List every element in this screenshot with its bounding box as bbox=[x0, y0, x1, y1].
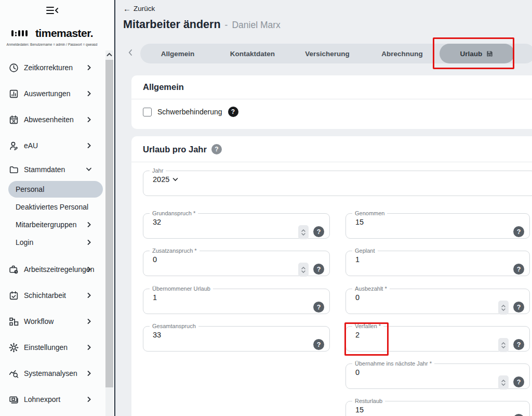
sidebar-item-eau[interactable]: eAU bbox=[0, 133, 104, 159]
folder-icon bbox=[8, 164, 19, 175]
number-stepper[interactable] bbox=[498, 338, 509, 352]
chevron-down-icon bbox=[86, 166, 92, 172]
section-title-urlaub-pro-jahr: Urlaub pro Jahr ? bbox=[143, 144, 222, 154]
page-title-text: Mitarbeiter ändern bbox=[123, 18, 221, 31]
sidebar-item-deaktiviertes-personal[interactable]: Deaktiviertes Personal bbox=[0, 198, 104, 216]
help-icon[interactable]: ? bbox=[513, 376, 524, 387]
help-icon[interactable]: ? bbox=[313, 226, 324, 237]
employee-name: Daniel Marx bbox=[232, 20, 280, 31]
sidebar-item-systemanalysen[interactable]: Systemanalysen bbox=[0, 360, 104, 386]
field-jahr[interactable]: Jahr 2025 bbox=[143, 168, 532, 196]
tab-label: Abrechnung bbox=[381, 50, 423, 58]
back-link[interactable]: ← Zurück bbox=[123, 5, 155, 12]
sidebar-item-personal[interactable]: Personal bbox=[8, 181, 103, 198]
timemaster-logo[interactable]: timemaster. bbox=[0, 27, 104, 40]
sidebar-item-label: eAU bbox=[24, 141, 38, 150]
chevron-right-icon bbox=[86, 116, 92, 123]
tab-allgemein[interactable]: Allgemein bbox=[140, 44, 215, 63]
nav-gap bbox=[0, 251, 104, 256]
banknote-icon bbox=[8, 394, 19, 405]
sidebar-item-label: Deaktiviertes Personal bbox=[16, 203, 88, 211]
field-value[interactable]: 15 bbox=[346, 404, 529, 414]
back-arrow-icon: ← bbox=[123, 5, 131, 12]
sidebar-item-lohnexport[interactable]: Lohnexport bbox=[0, 386, 104, 412]
number-stepper[interactable] bbox=[498, 301, 509, 315]
sidebar-collapse-icon[interactable] bbox=[46, 5, 59, 16]
chevron-right-icon bbox=[86, 292, 92, 298]
number-stepper[interactable] bbox=[298, 225, 309, 239]
tab-label: Versicherung bbox=[305, 50, 350, 58]
field-uebernahme-naechstes-jahr[interactable]: Übernahme ins nächste Jahr * 0 ? bbox=[345, 361, 530, 389]
tab-kontaktdaten[interactable]: Kontaktdaten bbox=[215, 44, 290, 63]
chevron-right-icon bbox=[86, 344, 92, 350]
field-label: Zusatzanspruch * bbox=[150, 248, 200, 254]
tab-label: Allgemein bbox=[161, 50, 195, 58]
sidebar-item-label: Systemanalysen bbox=[24, 369, 77, 378]
sidebar-item-stammdaten[interactable]: Stammdaten bbox=[0, 159, 104, 180]
sidebar-item-auswertungen[interactable]: Auswertungen bbox=[0, 81, 104, 107]
allgemein-card: Allgemein Schwerbehinderung ? bbox=[131, 75, 532, 129]
sidebar-item-label: Zeitkorrekturen bbox=[24, 63, 73, 72]
field-uebernommener-urlaub[interactable]: Übernommener Urlaub 1 ? bbox=[143, 286, 330, 314]
help-icon[interactable]: ? bbox=[513, 302, 524, 313]
chevron-right-icon bbox=[86, 222, 92, 228]
sidebar-item-mitarbeitergruppen[interactable]: Mitarbeitergruppen bbox=[0, 216, 104, 233]
gear-icon bbox=[8, 342, 19, 353]
help-icon[interactable]: ? bbox=[313, 339, 324, 350]
calendar-check-icon bbox=[8, 290, 19, 301]
bar-chart-icon bbox=[8, 88, 19, 99]
number-stepper[interactable] bbox=[498, 375, 509, 389]
help-icon[interactable]: ? bbox=[313, 264, 324, 275]
field-geplant[interactable]: Geplant 1 ? bbox=[345, 248, 530, 276]
sidebar-item-login[interactable]: Login bbox=[0, 233, 104, 251]
year-select[interactable]: 2025 bbox=[143, 174, 532, 184]
section-title-text: Urlaub pro Jahr bbox=[143, 145, 207, 154]
scroll-up-icon[interactable] bbox=[105, 50, 113, 59]
calendar-x-icon bbox=[8, 114, 19, 125]
field-label: Übernahme ins nächste Jahr * bbox=[352, 361, 434, 367]
help-icon[interactable]: ? bbox=[228, 107, 238, 117]
field-value[interactable]: 15 bbox=[346, 216, 529, 226]
field-ausbezahlt[interactable]: Ausbezahlt * 0 ? bbox=[345, 286, 530, 314]
field-value[interactable]: 33 bbox=[143, 329, 329, 339]
tab-scroll-left-icon[interactable] bbox=[128, 49, 133, 56]
sidebar-item-label: Workflow bbox=[24, 317, 54, 326]
sidebar-item-zeitkorrekturen[interactable]: Zeitkorrekturen bbox=[0, 55, 104, 81]
help-icon[interactable]: ? bbox=[211, 144, 222, 154]
sidebar-item-schichtarbeit[interactable]: Schichtarbeit bbox=[0, 282, 104, 308]
number-stepper[interactable] bbox=[298, 263, 309, 277]
field-gesamtanspruch[interactable]: Gesamtanspruch 33 ? bbox=[143, 323, 330, 352]
help-icon[interactable]: ? bbox=[313, 302, 324, 313]
divider bbox=[131, 162, 532, 162]
app-root: { "glyphs": { "question": "?", "back_arr… bbox=[0, 0, 532, 416]
sidebar-item-einstellungen[interactable]: Einstellungen bbox=[0, 334, 104, 360]
sidebar-item-label: Mitarbeitergruppen bbox=[16, 220, 77, 229]
sidebar-scrollbar[interactable] bbox=[105, 50, 113, 416]
sidebar-item-workflow[interactable]: Workflow bbox=[0, 308, 104, 334]
chevron-right-icon bbox=[86, 239, 92, 245]
tab-label: Kontaktdaten bbox=[230, 50, 275, 58]
help-icon[interactable]: ? bbox=[513, 414, 524, 416]
schwerbehinderung-row: Schwerbehinderung ? bbox=[143, 107, 238, 117]
sidebar-item-arbeitszeitregelungen[interactable]: Arbeitszeitregelungen bbox=[0, 256, 104, 282]
scrollbar-thumb[interactable] bbox=[105, 60, 113, 387]
sidebar-item-abwesenheiten[interactable]: Abwesenheiten bbox=[0, 107, 104, 133]
field-resturlaub[interactable]: Resturlaub 15 ? bbox=[345, 398, 530, 416]
annotation-box-urlaub-tab bbox=[433, 37, 514, 69]
sidebar-item-label: Einstellungen bbox=[24, 343, 68, 352]
help-icon[interactable]: ? bbox=[513, 226, 524, 237]
person-pen-icon bbox=[8, 140, 19, 151]
field-zusatzanspruch[interactable]: Zusatzanspruch * 0 ? bbox=[143, 248, 330, 276]
schwerbehinderung-checkbox[interactable] bbox=[143, 108, 152, 116]
help-icon[interactable]: ? bbox=[513, 339, 524, 350]
field-value[interactable]: 1 bbox=[143, 292, 329, 302]
field-value[interactable]: 1 bbox=[346, 254, 529, 264]
field-genommen[interactable]: Genommen 15 ? bbox=[345, 211, 530, 239]
logo-wordmark: timemaster. bbox=[35, 27, 93, 40]
chevron-right-icon bbox=[86, 370, 92, 376]
chart-search-icon bbox=[8, 368, 19, 379]
help-icon[interactable]: ? bbox=[513, 264, 524, 275]
tab-versicherung[interactable]: Versicherung bbox=[290, 44, 365, 63]
field-grundanspruch[interactable]: Grundanspruch * 32 ? bbox=[143, 211, 330, 239]
tab-abrechnung[interactable]: Abrechnung bbox=[365, 44, 440, 63]
